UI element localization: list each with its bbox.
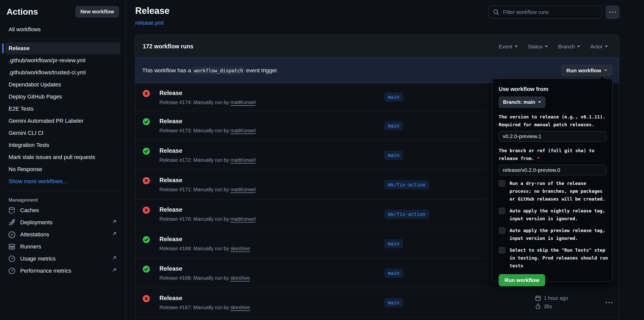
preview-tag-checkbox[interactable] [499, 227, 505, 234]
filter-label: Status [528, 44, 543, 50]
nightly-tag-checkbox[interactable] [499, 208, 505, 214]
search-icon [493, 9, 499, 15]
chevron-down-icon [545, 46, 548, 47]
sidebar-item-pr-review[interactable]: .github/workflows/pr-review.yml [5, 54, 120, 67]
sidebar-item-runners[interactable]: Runners [5, 241, 120, 253]
workflow-file-link[interactable]: release.yml [135, 20, 163, 26]
sidebar-item-no-response[interactable]: No Response [5, 163, 120, 175]
failure-icon [143, 207, 150, 214]
run-filters: Event Status Branch Actor [495, 44, 611, 50]
run-meta: 1 hour ago 35s [535, 295, 568, 309]
run-workflow-submit-button[interactable]: Run workflow [499, 274, 545, 286]
checkbox-label: Run a dry-run of the release process; no… [510, 179, 605, 203]
sidebar-item-all-workflows[interactable]: All workflows [5, 23, 120, 36]
actor-link[interactable]: mattKorwel [230, 216, 256, 222]
chevron-down-icon [604, 70, 607, 71]
external-link-icon [111, 231, 117, 238]
sidebar-header: Actions New workflow [7, 6, 119, 17]
actor-link[interactable]: mattKorwel [230, 128, 256, 133]
run-title-link[interactable]: Release [159, 147, 182, 154]
event-filter-dropdown[interactable]: Event [495, 44, 521, 50]
branch-filter-dropdown[interactable]: Branch [554, 44, 584, 50]
run-duration: 35s [535, 303, 568, 309]
sidebar-item-attestations[interactable]: Attestations [5, 229, 120, 241]
sidebar-item-caches[interactable]: Caches [5, 204, 120, 216]
sidebar-item-gemini-cli-ci[interactable]: Gemini CLI CI [5, 127, 120, 139]
sidebar-item-integration-tests[interactable]: Integration Tests [5, 139, 120, 151]
branch-chip[interactable]: main [384, 269, 403, 278]
workflow-run-row[interactable]: Release Release #167: Manually run by sk… [135, 288, 619, 317]
sidebar-item-trusted-ci[interactable]: .github/workflows/trusted-ci.yml [5, 67, 120, 79]
run-title-link[interactable]: Release [159, 177, 182, 183]
sidebar-item-performance-metrics[interactable]: Performance metrics [5, 265, 120, 277]
kebab-icon [605, 302, 613, 304]
version-input[interactable] [499, 131, 607, 142]
run-info: Release Release #171: Manually run by ma… [159, 176, 256, 193]
branch-chip[interactable]: mk/fix-action [384, 210, 429, 219]
workflow-options-button[interactable] [606, 6, 619, 19]
branch-chip[interactable]: main [384, 239, 403, 248]
run-title-link[interactable]: Release [159, 206, 182, 213]
sidebar-item-gemini-automated-pr-labeler[interactable]: Gemini Automated PR Labeler [5, 115, 120, 127]
run-description: Release #168: Manually run by skeshive [159, 275, 250, 281]
actor-link[interactable]: mattKorwel [230, 187, 256, 192]
sidebar-item-mark-stale-issues[interactable]: Mark stale issues and pull requests [5, 151, 120, 163]
run-title-link[interactable]: Release [159, 295, 182, 301]
run-title-link[interactable]: Release [159, 236, 182, 242]
ref-input[interactable] [499, 165, 607, 175]
actor-filter-dropdown[interactable]: Actor [587, 44, 611, 50]
run-title-link[interactable]: Release [159, 265, 182, 272]
chevron-down-icon [538, 101, 541, 103]
dry-run-checkbox[interactable] [499, 180, 505, 187]
status-filter-dropdown[interactable]: Status [524, 44, 552, 50]
failure-icon [143, 177, 150, 184]
workflow-dispatch-code: workflow_dispatch [192, 67, 245, 75]
actions-page: Actions New workflow All workflows Relea… [0, 0, 644, 320]
run-description: Release #173: Manually run by mattKorwel [159, 127, 256, 134]
sidebar-item-dependabot-updates[interactable]: Dependabot Updates [5, 79, 120, 91]
branch-chip[interactable]: main [384, 151, 403, 160]
show-more-workflows-link[interactable]: Show more workflows... [5, 175, 120, 187]
filter-workflow-runs-input[interactable] [502, 9, 598, 15]
mgmt-item-label: Caches [20, 207, 39, 214]
external-link-icon [111, 219, 117, 226]
main-header: Release release.yml [135, 6, 619, 26]
run-description: Release #170: Manually run by mattKorwel [159, 216, 256, 222]
sidebar-item-usage-metrics[interactable]: Usage metrics [5, 253, 120, 265]
run-title-link[interactable]: Release [159, 118, 182, 124]
filter-label: Branch [558, 44, 575, 50]
run-info: Release Release #173: Manually run by ma… [159, 117, 256, 134]
success-icon [143, 266, 150, 273]
nightly-tag-checkbox-row: Auto apply the nightly release tag, inpu… [499, 207, 606, 222]
branch-select-button[interactable]: Branch: main [499, 97, 545, 108]
filter-input-wrap [489, 6, 602, 19]
run-title-link[interactable]: Release [159, 89, 182, 96]
actor-link[interactable]: skeshive [230, 305, 250, 310]
run-workflow-dropdown-button[interactable]: Run workflow [562, 65, 612, 76]
page-title: Actions [7, 7, 38, 17]
branch-chip[interactable]: main [384, 298, 403, 307]
branch-chip[interactable]: main [384, 92, 403, 102]
run-options-button[interactable] [604, 299, 614, 306]
sidebar-item-e2e-tests[interactable]: E2E Tests [5, 103, 120, 115]
actor-link[interactable]: skeshive [230, 246, 250, 251]
mgmt-item-label: Usage metrics [20, 255, 56, 262]
actor-link[interactable]: skeshive [230, 275, 250, 281]
sidebar-item-deploy-github-pages[interactable]: Deploy GitHub Pages [5, 91, 120, 103]
run-status-icon [143, 148, 150, 155]
chevron-down-icon [577, 46, 580, 47]
run-status-icon [143, 90, 150, 97]
sidebar-item-deployments[interactable]: Deployments [5, 216, 120, 229]
failure-icon [143, 90, 150, 97]
run-count: 172 workflow runs [143, 43, 193, 50]
meter-icon [8, 267, 16, 275]
sidebar-item-release[interactable]: Release [5, 42, 120, 54]
new-workflow-button[interactable]: New workflow [76, 6, 119, 17]
actor-link[interactable]: mattKorwel [230, 157, 256, 163]
meter-icon [8, 255, 16, 263]
skip-tests-checkbox[interactable] [499, 247, 505, 253]
checkbox-label: Auto apply the nightly release tag, inpu… [510, 207, 605, 222]
actor-link[interactable]: mattKorwel [230, 100, 256, 105]
branch-chip[interactable]: main [384, 121, 403, 130]
branch-chip[interactable]: mk/fix-action [384, 180, 429, 189]
